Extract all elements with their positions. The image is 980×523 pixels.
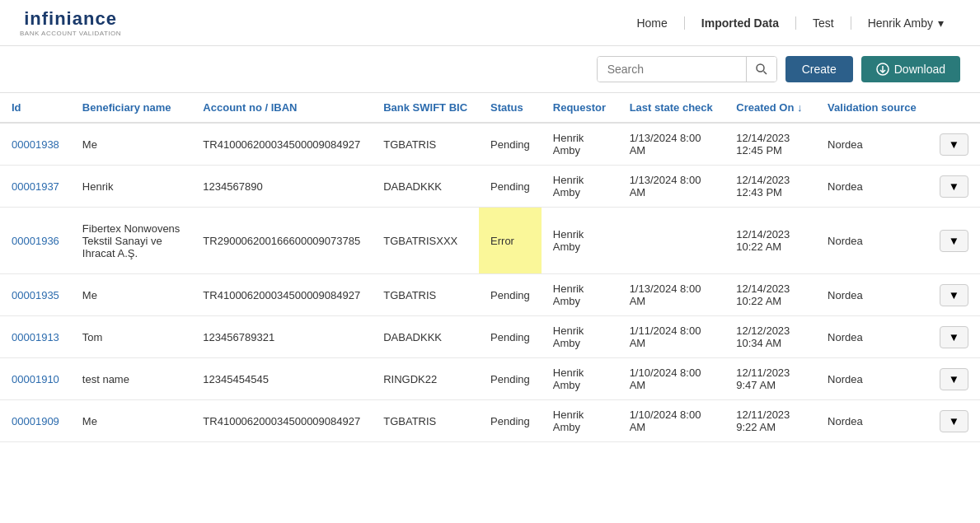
cell-beneficiary-name: Me [71,123,192,166]
cell-requestor: Henrik Amby [542,400,618,442]
col-account-no[interactable]: Account no / IBAN [191,93,372,123]
cell-action: ▼ [928,208,980,274]
cell-last-state-check [618,208,725,274]
table-row: 00001935 Me TR410006200034500009084927 T… [0,274,980,316]
id-link[interactable]: 00001937 [12,180,59,193]
cell-id[interactable]: 00001935 [0,274,71,316]
cell-swift-bic: TGBATRIS [372,400,479,442]
create-button[interactable]: Create [785,56,853,82]
cell-validation-source: Nordea [816,316,928,358]
cell-action: ▼ [928,316,980,358]
cell-swift-bic: RINGDK22 [372,358,479,400]
nav-user[interactable]: Henrik Amby ▾ [851,16,960,30]
cell-action: ▼ [928,166,980,208]
cell-swift-bic: DABADKKK [372,316,479,358]
col-beneficiary-name[interactable]: Beneficiary name [71,93,192,123]
col-status[interactable]: Status [479,93,542,123]
col-last-state-check[interactable]: Last state check [618,93,725,123]
cell-requestor: Henrik Amby [542,166,618,208]
cell-swift-bic: TGBATRIS [372,123,479,166]
cell-requestor: Henrik Amby [542,208,618,274]
cell-action: ▼ [928,358,980,400]
row-action-dropdown[interactable]: ▼ [940,133,968,156]
cell-validation-source: Nordea [816,358,928,400]
col-swift-bic[interactable]: Bank SWIFT BIC [372,93,479,123]
col-id[interactable]: Id [0,93,71,123]
brand-logo: infiniance bank account validation [20,8,121,37]
table-row: 00001936 Fibertex Nonwovens Tekstil Sana… [0,208,980,274]
toolbar: Create Download [0,46,980,93]
cell-beneficiary-name: Henrik [71,166,192,208]
cell-last-state-check: 1/13/2024 8:00 AM [618,166,725,208]
cell-last-state-check: 1/13/2024 8:00 AM [618,123,725,166]
data-table: Id Beneficiary name Account no / IBAN Ba… [0,93,980,442]
chevron-down-icon: ▼ [949,415,959,427]
row-action-dropdown[interactable]: ▼ [940,230,968,252]
cell-id[interactable]: 00001936 [0,208,71,274]
cell-requestor: Henrik Amby [542,358,618,400]
cell-account-no: 1234567890 [191,166,372,208]
cell-validation-source: Nordea [816,274,928,316]
search-input[interactable] [598,57,746,82]
cell-requestor: Henrik Amby [542,274,618,316]
row-action-dropdown[interactable]: ▼ [940,410,968,432]
cell-requestor: Henrik Amby [542,316,618,358]
cell-account-no: TR410006200034500009084927 [191,123,372,166]
cell-id[interactable]: 00001910 [0,358,71,400]
id-link[interactable]: 00001909 [12,415,59,427]
id-link[interactable]: 00001913 [12,331,59,343]
cell-id[interactable]: 00001938 [0,123,71,166]
col-action [928,93,980,123]
download-button[interactable]: Download [861,56,960,82]
navbar: infiniance bank account validation Home … [0,0,980,46]
table-row: 00001909 Me TR410006200034500009084927 T… [0,400,980,442]
chevron-down-icon: ▾ [938,16,944,30]
cell-status: Pending [479,400,542,442]
col-requestor[interactable]: Requestor [542,93,618,123]
cell-last-state-check: 1/10/2024 8:00 AM [618,358,725,400]
cell-status: Error [479,208,542,274]
col-validation-source[interactable]: Validation source [816,93,928,123]
cell-id[interactable]: 00001913 [0,316,71,358]
cell-validation-source: Nordea [816,166,928,208]
cell-status: Pending [479,166,542,208]
col-created-on[interactable]: Created On ↓ [724,93,816,123]
id-link[interactable]: 00001938 [12,138,59,151]
cell-validation-source: Nordea [816,123,928,166]
cell-account-no: TR410006200034500009084927 [191,400,372,442]
nav-imported-data[interactable]: Imported Data [685,16,796,30]
svg-point-0 [757,64,764,72]
cell-id[interactable]: 00001937 [0,166,71,208]
cell-account-no: 123456789321 [191,316,372,358]
cell-id[interactable]: 00001909 [0,400,71,442]
id-link[interactable]: 00001936 [12,235,59,247]
table-row: 00001938 Me TR410006200034500009084927 T… [0,123,980,166]
nav-home[interactable]: Home [620,16,684,30]
id-link[interactable]: 00001910 [12,373,59,385]
chevron-down-icon: ▼ [949,373,959,385]
cell-validation-source: Nordea [816,208,928,274]
table-row: 00001910 test name 12345454545 RINGDK22 … [0,358,980,400]
chevron-down-icon: ▼ [949,180,959,193]
cell-validation-source: Nordea [816,400,928,442]
cell-created-on: 12/14/2023 12:45 PM [724,123,816,166]
row-action-dropdown[interactable]: ▼ [940,326,968,348]
sort-desc-icon: ↓ [797,101,803,114]
cell-created-on: 12/11/2023 9:22 AM [724,400,816,442]
nav-links: Home Imported Data Test Henrik Amby ▾ [620,16,960,30]
nav-test[interactable]: Test [796,16,851,30]
row-action-dropdown[interactable]: ▼ [940,175,968,198]
chevron-down-icon: ▼ [949,138,959,151]
search-button[interactable] [746,57,776,82]
search-wrapper [597,56,777,82]
download-label: Download [894,63,945,76]
cell-swift-bic: TGBATRISXXX [372,208,479,274]
cell-action: ▼ [928,123,980,166]
row-action-dropdown[interactable]: ▼ [940,368,968,390]
id-link[interactable]: 00001935 [12,289,59,301]
cell-created-on: 12/12/2023 10:34 AM [724,316,816,358]
cell-created-on: 12/14/2023 10:22 AM [724,208,816,274]
row-action-dropdown[interactable]: ▼ [940,284,968,306]
cell-last-state-check: 1/10/2024 8:00 AM [618,400,725,442]
cell-account-no: TR410006200034500009084927 [191,274,372,316]
